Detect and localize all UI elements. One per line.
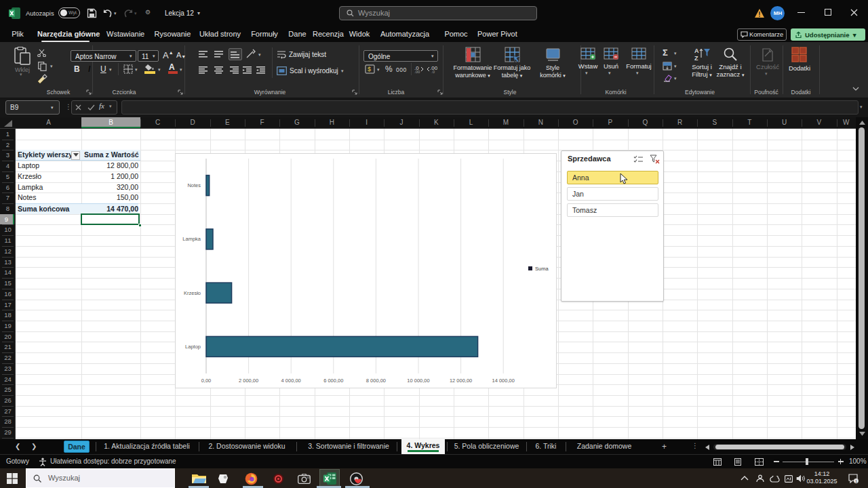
svg-text:2 000,00: 2 000,00 — [239, 378, 258, 384]
svg-text:A: A — [694, 47, 699, 54]
svg-text:.00: .00 — [414, 70, 420, 74]
svg-text:10 000,00: 10 000,00 — [407, 378, 429, 384]
svg-text:.0: .0 — [431, 70, 435, 74]
svg-text:12 000,00: 12 000,00 — [450, 378, 472, 384]
svg-text:Notes: Notes — [187, 182, 201, 188]
svg-text:8 000,00: 8 000,00 — [366, 378, 386, 384]
svg-text:1: 1 — [855, 479, 857, 483]
svg-text:01: 01 — [307, 476, 311, 479]
svg-text:Lampka: Lampka — [182, 236, 201, 242]
svg-text:Laptop: Laptop — [185, 344, 201, 350]
svg-text:Z: Z — [694, 55, 698, 62]
svg-text:0,00: 0,00 — [201, 378, 212, 384]
svg-text:Suma: Suma — [535, 266, 549, 272]
svg-text:6 000,00: 6 000,00 — [323, 378, 343, 384]
svg-text:14 000,00: 14 000,00 — [492, 378, 515, 384]
svg-text:4 000,00: 4 000,00 — [281, 378, 301, 384]
svg-text:$: $ — [368, 66, 371, 73]
svg-text:Krzesło: Krzesło — [184, 290, 201, 296]
